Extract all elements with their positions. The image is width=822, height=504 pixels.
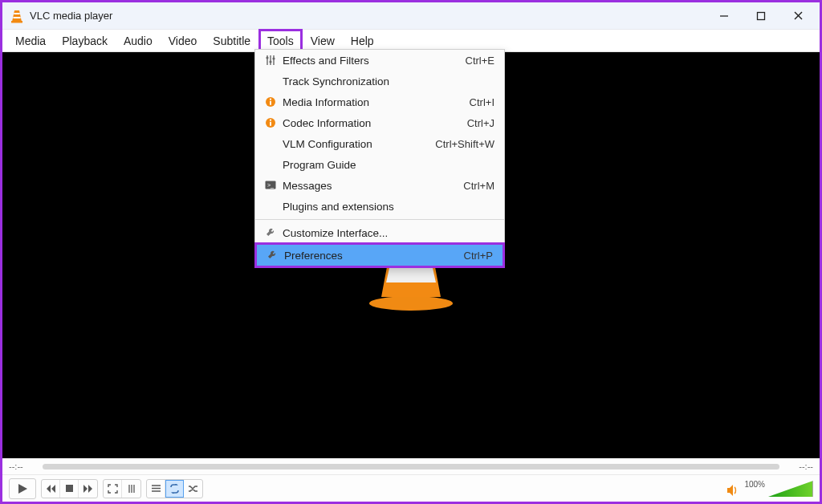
svg-text:>_: >_ — [267, 182, 274, 189]
time-remaining: --:-- — [787, 461, 813, 471]
play-button[interactable] — [9, 478, 36, 499]
menuitem-label: VLM Configuration — [279, 138, 435, 150]
menu-media[interactable]: Media — [7, 30, 54, 51]
svg-rect-2 — [11, 21, 22, 23]
svg-point-20 — [270, 120, 271, 121]
svg-rect-23 — [66, 485, 73, 492]
window-controls — [706, 2, 816, 30]
menuitem-label: Effects and Filters — [279, 55, 466, 67]
sliders-icon — [262, 55, 279, 66]
menuitem-label: Media Information — [279, 96, 470, 108]
seek-slider[interactable] — [43, 464, 779, 469]
menuitem-messages[interactable]: >_ Messages Ctrl+M — [255, 175, 504, 196]
separator — [255, 219, 504, 220]
menu-playback[interactable]: Playback — [54, 30, 116, 51]
menuitem-codec-information[interactable]: Codec Information Ctrl+J — [255, 112, 504, 133]
seek-row: --:-- --:-- — [2, 458, 820, 474]
menuitem-shortcut: Ctrl+Shift+W — [435, 138, 494, 150]
volume-control: 100% — [726, 480, 813, 497]
menuitem-shortcut: Ctrl+I — [470, 96, 494, 108]
time-elapsed: --:-- — [9, 461, 35, 471]
fullscreen-button[interactable] — [104, 480, 122, 498]
menu-video[interactable]: Video — [161, 30, 206, 51]
loop-button[interactable] — [165, 480, 184, 498]
stop-button[interactable] — [60, 480, 79, 498]
menuitem-label: Customize Interface... — [279, 227, 494, 239]
titlebar-left: VLC media player — [10, 9, 112, 23]
shuffle-button[interactable] — [184, 480, 202, 498]
vlc-cone-icon — [10, 9, 23, 23]
menuitem-customize-interface[interactable]: Customize Interface... — [255, 222, 504, 243]
close-button[interactable] — [779, 2, 816, 30]
menuitem-shortcut: Ctrl+M — [463, 180, 494, 192]
svg-rect-4 — [758, 12, 765, 19]
svg-point-14 — [272, 57, 275, 59]
menuitem-label: Plugins and extensions — [279, 201, 494, 213]
menuitem-plugins-and-extensions[interactable]: Plugins and extensions — [255, 196, 504, 217]
svg-point-13 — [269, 60, 271, 63]
maximize-button[interactable] — [743, 2, 779, 30]
menu-audio[interactable]: Audio — [116, 30, 161, 51]
titlebar: VLC media player — [2, 2, 820, 30]
svg-rect-19 — [270, 122, 271, 126]
svg-point-12 — [266, 56, 268, 59]
next-button[interactable] — [79, 480, 97, 498]
svg-rect-1 — [13, 17, 20, 18]
menuitem-label: Messages — [279, 180, 463, 192]
menuitem-shortcut: Ctrl+E — [466, 55, 494, 67]
menuitem-shortcut: Ctrl+P — [464, 250, 493, 262]
svg-point-7 — [369, 296, 453, 311]
wrench-icon — [263, 250, 281, 261]
menuitem-label: Preferences — [281, 250, 464, 262]
minimize-button[interactable] — [706, 2, 743, 30]
controls-toolbar: 100% — [2, 474, 820, 502]
window-title: VLC media player — [30, 10, 112, 22]
menu-view[interactable]: View — [303, 30, 343, 51]
info-icon — [262, 117, 279, 128]
menuitem-media-information[interactable]: Media Information Ctrl+I — [255, 91, 504, 112]
playlist-button[interactable] — [147, 480, 165, 498]
svg-rect-16 — [270, 101, 271, 105]
menuitem-program-guide[interactable]: Program Guide — [255, 154, 504, 175]
menuitem-label: Track Synchronization — [279, 75, 494, 87]
volume-percent: 100% — [744, 480, 765, 489]
view-group — [103, 479, 141, 498]
playlist-group — [146, 479, 203, 498]
wrench-icon — [262, 227, 279, 238]
menu-subtitle[interactable]: Subtitle — [205, 30, 258, 51]
previous-button[interactable] — [42, 480, 60, 498]
menuitem-effects-and-filters[interactable]: Effects and Filters Ctrl+E — [255, 50, 504, 71]
menuitem-shortcut: Ctrl+J — [467, 117, 494, 129]
menu-help[interactable]: Help — [343, 30, 382, 51]
menuitem-track-synchronization[interactable]: Track Synchronization — [255, 71, 504, 91]
playback-group — [41, 479, 98, 498]
menuitem-label: Codec Information — [279, 117, 467, 129]
info-icon — [262, 96, 279, 108]
app-window: VLC media player Media Playback Audio Vi… — [0, 0, 822, 504]
volume-slider[interactable] — [768, 481, 813, 497]
tools-dropdown: Effects and Filters Ctrl+E Track Synchro… — [254, 49, 505, 268]
terminal-icon: >_ — [262, 181, 279, 190]
svg-rect-0 — [14, 13, 19, 14]
svg-point-17 — [270, 99, 271, 100]
menuitem-vlm-configuration[interactable]: VLM Configuration Ctrl+Shift+W — [255, 133, 504, 154]
menuitem-label: Program Guide — [279, 159, 494, 171]
extended-settings-button[interactable] — [122, 480, 140, 498]
menuitem-preferences[interactable]: Preferences Ctrl+P — [254, 242, 505, 268]
speaker-icon[interactable] — [726, 484, 741, 497]
